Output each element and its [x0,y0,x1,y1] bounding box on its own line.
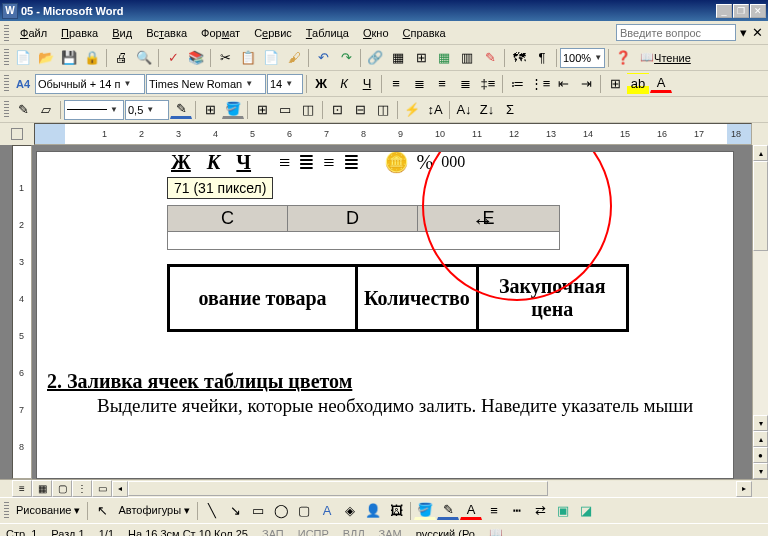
shading-color-button[interactable]: 🪣 [222,100,244,119]
distribute-rows-button[interactable]: ⊟ [349,99,371,121]
docmap-button[interactable]: 🗺 [508,47,530,69]
toolbar-grip[interactable] [4,49,9,67]
scroll-up-button[interactable]: ▴ [753,145,768,161]
menu-format[interactable]: Формат [194,25,247,41]
merge-cells-button[interactable]: ▭ [274,99,296,121]
line-weight-dropdown[interactable]: 0,5▼ [125,100,169,120]
copy-button[interactable]: 📋 [237,47,259,69]
document-page[interactable]: Ж К Ч ≡≣≡≣ 🪙 % 000 71 (31 пиксел) C D E [36,151,734,479]
preview-button[interactable]: 🔍 [133,47,155,69]
toolbar-grip[interactable] [4,75,9,93]
align-center-button[interactable]: ≣ [408,73,430,95]
oval-button[interactable]: ◯ [270,500,292,522]
hscroll-thumb[interactable] [128,481,548,496]
hyperlink-button[interactable]: 🔗 [364,47,386,69]
line-style-dropdown[interactable]: ▼ [64,100,124,120]
highlight-button[interactable]: ab [627,73,649,95]
menu-insert[interactable]: Вставка [139,25,194,41]
restore-button[interactable]: ❐ [733,4,749,18]
drawing-menu[interactable]: Рисование ▾ [12,504,84,517]
text-direction-button[interactable]: ↕A [424,99,446,121]
clipart-button[interactable]: 👤 [362,500,384,522]
size-dropdown[interactable]: 14▼ [267,74,303,94]
style-dropdown[interactable]: Обычный + 14 п▼ [35,74,145,94]
format-painter-button[interactable]: 🖌 [283,47,305,69]
research-button[interactable]: 📚 [185,47,207,69]
increase-indent-button[interactable]: ⇥ [575,73,597,95]
excel-button[interactable]: ▦ [433,47,455,69]
outside-border-button[interactable]: ⊞ [199,99,221,121]
web-view-button[interactable]: ▦ [32,480,52,497]
toolbar-grip[interactable] [4,502,9,520]
borders-button[interactable]: ⊞ [604,73,626,95]
sort-desc-button[interactable]: Z↓ [476,99,498,121]
autoshapes-menu[interactable]: Автофигуры ▾ [114,504,194,517]
align-left-button[interactable]: ≡ [385,73,407,95]
showall-button[interactable]: ¶ [531,47,553,69]
close-button[interactable]: ✕ [750,4,766,18]
arrow-style-button[interactable]: ⇄ [529,500,551,522]
normal-view-button[interactable]: ≡ [12,480,32,497]
status-ext[interactable]: ВДЛ [343,528,365,537]
diagram-button[interactable]: ◈ [339,500,361,522]
scroll-left-button[interactable]: ◂ [112,481,128,497]
textbox-button[interactable]: ▢ [293,500,315,522]
undo-button[interactable]: ↶ [312,47,334,69]
numbering-button[interactable]: ≔ [506,73,528,95]
line-spacing-button[interactable]: ‡≡ [477,73,499,95]
reading-view-button[interactable]: ▭ [92,480,112,497]
line-button[interactable]: ╲ [201,500,223,522]
print-button[interactable]: 🖨 [110,47,132,69]
menu-file[interactable]: Файл [13,25,54,41]
status-language[interactable]: русский (Ро [416,528,475,537]
scroll-thumb[interactable] [753,161,768,251]
menu-edit[interactable]: Правка [54,25,105,41]
align-justify-button[interactable]: ≣ [454,73,476,95]
menu-dropdown[interactable]: ▾ [736,22,750,44]
select-objects-button[interactable]: ↖ [91,500,113,522]
align-cells-button[interactable]: ⊡ [326,99,348,121]
next-page-button[interactable]: ▾ [753,463,768,479]
zoom-dropdown[interactable]: 100%▼ [560,48,605,68]
prev-page-button[interactable]: ▴ [753,431,768,447]
fill-color-button[interactable]: 🪣 [414,501,436,520]
styles-pane-button[interactable]: A4 [12,73,34,95]
insert-table-button[interactable]: ⊞ [251,99,273,121]
picture-button[interactable]: 🖼 [385,500,407,522]
autosum-button[interactable]: Σ [499,99,521,121]
bold-button[interactable]: Ж [310,73,332,95]
font-dropdown[interactable]: Times New Roman▼ [146,74,266,94]
status-ovr[interactable]: ЗАМ [379,528,402,537]
outline-view-button[interactable]: ⋮ [72,480,92,497]
ask-question-box[interactable] [616,24,736,41]
decrease-indent-button[interactable]: ⇤ [552,73,574,95]
bullets-button[interactable]: ⋮≡ [529,73,551,95]
new-doc-button[interactable]: 📄 [12,47,34,69]
read-button[interactable]: 📖 Чтение [635,47,696,69]
menu-service[interactable]: Сервис [247,25,299,41]
3d-button[interactable]: ◪ [575,500,597,522]
underline-button[interactable]: Ч [356,73,378,95]
shadow-button[interactable]: ▣ [552,500,574,522]
menu-table[interactable]: Таблица [299,25,356,41]
italic-button[interactable]: К [333,73,355,95]
paste-button[interactable]: 📄 [260,47,282,69]
sort-asc-button[interactable]: A↓ [453,99,475,121]
font-color-button[interactable]: A [650,74,672,93]
eraser-button[interactable]: ▱ [35,99,57,121]
ruler-vertical[interactable]: 12345678 [12,145,32,479]
menu-view[interactable]: Вид [105,25,139,41]
split-cells-button[interactable]: ◫ [297,99,319,121]
dash-style-button[interactable]: ┅ [506,500,528,522]
wordart-button[interactable]: A [316,500,338,522]
arrow-button[interactable]: ↘ [224,500,246,522]
status-rec[interactable]: ЗАП [262,528,284,537]
toolbar-grip[interactable] [4,25,9,41]
border-color-button[interactable]: ✎ [170,100,192,119]
tables-borders-button[interactable]: ▦ [387,47,409,69]
horizontal-scrollbar[interactable]: ◂ ▸ [112,480,752,497]
scroll-down-button[interactable]: ▾ [753,415,768,431]
line-color-button[interactable]: ✎ [437,501,459,520]
menu-help[interactable]: Справка [396,25,453,41]
font-color-draw-button[interactable]: A [460,501,482,520]
